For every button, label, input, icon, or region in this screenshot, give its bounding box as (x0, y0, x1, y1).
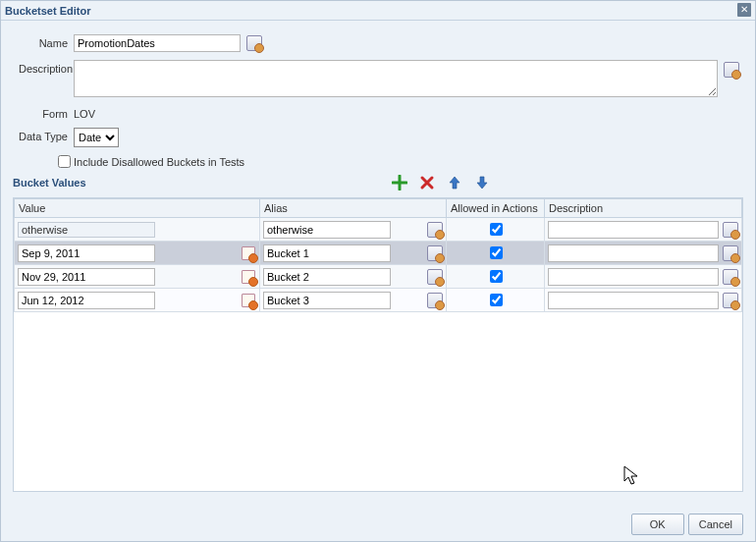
datatype-select[interactable]: Date (74, 128, 119, 147)
allowed-checkbox[interactable] (490, 270, 503, 283)
alias-field[interactable] (263, 221, 391, 239)
alias-field[interactable] (263, 244, 391, 262)
description-field[interactable] (548, 268, 719, 286)
table-row[interactable] (15, 265, 742, 289)
value-cell: otherwise (18, 222, 155, 238)
validation-icon[interactable] (723, 269, 738, 285)
validation-icon[interactable] (427, 222, 443, 238)
col-alias[interactable]: Alias (260, 199, 447, 218)
form-area: Name Description Form LOV Data Type Date (1, 21, 755, 172)
validation-icon[interactable] (723, 245, 738, 261)
value-field[interactable] (18, 292, 155, 309)
delete-icon[interactable] (418, 174, 436, 191)
col-value[interactable]: Value (15, 199, 260, 218)
calendar-icon[interactable] (241, 269, 256, 285)
calendar-icon[interactable] (241, 245, 256, 261)
include-disallowed-row: Include Disallowed Buckets in Tests (58, 155, 737, 168)
validation-icon[interactable] (723, 222, 738, 238)
description-field[interactable] (74, 60, 718, 97)
table-row[interactable] (15, 242, 742, 265)
down-icon[interactable] (473, 174, 491, 191)
calendar-icon[interactable] (241, 293, 256, 308)
validation-icon[interactable] (723, 293, 738, 308)
name-field[interactable] (74, 34, 241, 52)
alias-field[interactable] (263, 292, 391, 309)
table-row[interactable] (15, 289, 742, 312)
bucket-values-header: Bucket Values (13, 177, 86, 189)
value-field[interactable] (18, 244, 155, 262)
bucket-toolbar (391, 172, 491, 193)
validation-icon[interactable] (427, 245, 443, 261)
include-disallowed-label[interactable]: Include Disallowed Buckets in Tests (58, 155, 737, 168)
add-icon[interactable] (391, 174, 408, 191)
value-field[interactable] (18, 268, 155, 286)
name-label: Name (19, 34, 74, 49)
description-field[interactable] (548, 292, 719, 309)
description-label: Description (19, 60, 74, 75)
form-label: Form (19, 105, 74, 120)
up-icon[interactable] (446, 174, 463, 191)
allowed-checkbox[interactable] (490, 246, 503, 259)
table-row[interactable]: otherwise (15, 218, 742, 242)
include-disallowed-checkbox[interactable] (58, 155, 71, 168)
validation-icon[interactable] (427, 269, 443, 285)
description-field[interactable] (548, 221, 719, 239)
bucketset-editor-dialog: Bucketset Editor ✕ Name Description Form… (0, 0, 756, 542)
datatype-label: Data Type (19, 128, 74, 142)
col-allowed[interactable]: Allowed in Actions (447, 199, 545, 218)
cancel-button[interactable]: Cancel (688, 514, 743, 535)
table-header-row: Value Alias Allowed in Actions Descripti… (15, 199, 742, 218)
form-value: LOV (74, 105, 737, 120)
bucket-values-table: Value Alias Allowed in Actions Descripti… (13, 197, 743, 492)
titlebar: Bucketset Editor ✕ (1, 1, 755, 21)
close-icon[interactable]: ✕ (737, 3, 751, 17)
ok-button[interactable]: OK (631, 514, 684, 535)
allowed-checkbox[interactable] (490, 223, 503, 236)
allowed-checkbox[interactable] (490, 294, 503, 306)
validation-icon[interactable] (246, 35, 262, 51)
button-bar: OK Cancel (631, 514, 743, 535)
validation-icon[interactable] (724, 62, 739, 78)
col-description[interactable]: Description (545, 199, 742, 218)
dialog-title: Bucketset Editor (5, 5, 90, 17)
description-field[interactable] (548, 244, 719, 262)
validation-icon[interactable] (427, 293, 443, 308)
alias-field[interactable] (263, 268, 391, 286)
